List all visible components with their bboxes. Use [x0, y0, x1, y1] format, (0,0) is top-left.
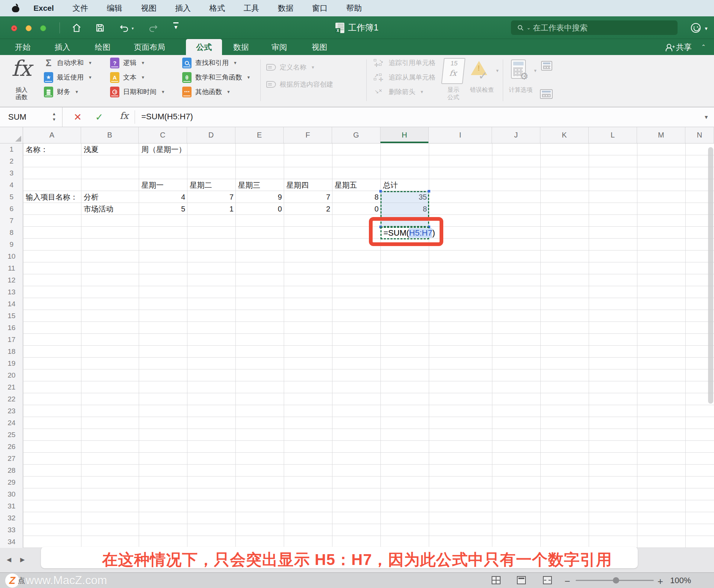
- row-header-21[interactable]: 21: [0, 381, 23, 393]
- calculate-now-icon[interactable]: [541, 61, 552, 71]
- grid-cell-E5[interactable]: 9: [235, 191, 284, 203]
- row-header-27[interactable]: 27: [0, 453, 23, 465]
- zoom-slider[interactable]: [576, 580, 654, 581]
- column-header-K[interactable]: K: [540, 127, 589, 143]
- trace-dependents-button[interactable]: ✛↗ 追踪从属单元格: [374, 72, 435, 83]
- share-button[interactable]: + 共享: [666, 39, 692, 55]
- row-header-31[interactable]: 31: [0, 500, 23, 512]
- grid-cell-D5[interactable]: 7: [187, 191, 235, 203]
- grid-cell-H4[interactable]: 总计: [380, 179, 503, 191]
- tab-formulas[interactable]: 公式: [186, 39, 222, 55]
- tab-insert[interactable]: 插入: [55, 39, 70, 55]
- row-header-1[interactable]: 1: [0, 143, 23, 155]
- logical-button[interactable]: ? 逻辑▼: [110, 57, 165, 68]
- grid-cell-D6[interactable]: 1: [187, 203, 235, 215]
- zoom-slider-thumb[interactable]: [613, 577, 619, 584]
- row-header-14[interactable]: 14: [0, 298, 23, 310]
- row-header-3[interactable]: 3: [0, 167, 23, 179]
- row-header-34[interactable]: 34: [0, 536, 23, 548]
- grid-cell-F5[interactable]: 7: [284, 191, 332, 203]
- confirm-formula-icon[interactable]: ✓: [95, 112, 103, 123]
- more-functions-button[interactable]: ⋯ 其他函数▼: [182, 86, 251, 97]
- row-header-25[interactable]: 25: [0, 429, 23, 441]
- expand-formula-bar-icon[interactable]: ▼: [704, 114, 709, 120]
- text-button[interactable]: A 文本▼: [110, 72, 165, 83]
- tab-draw[interactable]: 绘图: [95, 39, 110, 55]
- column-header-H[interactable]: H: [380, 127, 429, 143]
- row-header-16[interactable]: 16: [0, 322, 23, 334]
- row-header-17[interactable]: 17: [0, 334, 23, 346]
- menu-edit[interactable]: 编辑: [107, 3, 122, 13]
- column-header-J[interactable]: J: [492, 127, 540, 143]
- column-header-C[interactable]: C: [139, 127, 187, 143]
- row-header-26[interactable]: 26: [0, 441, 23, 453]
- row-header-10[interactable]: 10: [0, 251, 23, 262]
- row-header-13[interactable]: 13: [0, 286, 23, 298]
- grid-cell-E6[interactable]: 0: [235, 203, 284, 215]
- row-header-20[interactable]: 20: [0, 369, 23, 381]
- tab-page-layout[interactable]: 页面布局: [134, 39, 165, 55]
- row-header-12[interactable]: 12: [0, 274, 23, 286]
- search-dropdown-arrow[interactable]: ⌄: [527, 25, 531, 30]
- menu-data[interactable]: 数据: [278, 3, 293, 13]
- feedback-dropdown-arrow[interactable]: ▼: [704, 26, 708, 31]
- row-header-33[interactable]: 33: [0, 524, 23, 536]
- search-box[interactable]: ⌄ 在工作表中搜索: [511, 20, 678, 35]
- recently-used-button[interactable]: ★ 最近使用▼: [44, 72, 92, 83]
- spreadsheet-grid[interactable]: 1234567891011121314151617181920212223242…: [0, 143, 714, 548]
- row-header-11[interactable]: 11: [0, 262, 23, 274]
- row-header-30[interactable]: 30: [0, 488, 23, 500]
- column-header-L[interactable]: L: [589, 127, 637, 143]
- menu-tools[interactable]: 工具: [244, 3, 259, 13]
- row-header-19[interactable]: 19: [0, 358, 23, 369]
- zoom-out-button[interactable]: −: [565, 576, 570, 587]
- calculation-options-label[interactable]: 计算选项: [504, 86, 537, 94]
- grid-cell-C5[interactable]: 4: [139, 191, 187, 203]
- row-header-2[interactable]: 2: [0, 155, 23, 167]
- row-header-6[interactable]: 6: [0, 203, 23, 215]
- column-header-I[interactable]: I: [429, 127, 492, 143]
- apple-logo-icon[interactable]: [12, 4, 19, 12]
- row-header-9[interactable]: 9: [0, 239, 23, 251]
- row-header-18[interactable]: 18: [0, 346, 23, 358]
- calculate-sheet-icon[interactable]: [540, 89, 553, 99]
- select-all-corner[interactable]: [0, 127, 23, 143]
- row-header-8[interactable]: 8: [0, 227, 23, 239]
- tab-home[interactable]: 开始: [15, 39, 30, 55]
- trace-precedents-button[interactable]: ✛↘ 追踪引用单元格: [374, 57, 435, 68]
- tab-view[interactable]: 视图: [312, 39, 327, 55]
- show-formulas-icon[interactable]: 15fx: [441, 58, 465, 84]
- row-header-29[interactable]: 29: [0, 476, 23, 488]
- column-header-B[interactable]: B: [81, 127, 139, 143]
- insert-function-fx-icon[interactable]: fx: [120, 110, 128, 121]
- page-break-view-icon[interactable]: [543, 576, 552, 584]
- remove-arrows-button[interactable]: ↘✕ 删除箭头▼: [374, 86, 435, 97]
- date-time-button[interactable]: 日期和时间▼: [110, 86, 165, 97]
- column-header-D[interactable]: D: [187, 127, 235, 143]
- vertical-scrollbar[interactable]: [708, 147, 713, 404]
- row-header-23[interactable]: 23: [0, 405, 23, 417]
- grid-cell-F6[interactable]: 2: [284, 203, 332, 215]
- grid-cell-G5[interactable]: 8: [332, 191, 380, 203]
- formula-input[interactable]: =SUM(H5:H7): [141, 112, 193, 122]
- row-header-32[interactable]: 32: [0, 512, 23, 524]
- feedback-smiley-icon[interactable]: [691, 23, 701, 33]
- collapse-ribbon-icon[interactable]: ⌃: [701, 43, 706, 50]
- row-header-5[interactable]: 5: [0, 191, 23, 203]
- menu-window[interactable]: 窗口: [312, 3, 328, 13]
- column-header-N[interactable]: N: [685, 127, 714, 143]
- column-header-M[interactable]: M: [637, 127, 685, 143]
- row-header-4[interactable]: 4: [0, 179, 23, 191]
- menu-help[interactable]: 帮助: [346, 3, 362, 13]
- range-handle-top-left[interactable]: [379, 190, 382, 193]
- grid-cell-C6[interactable]: 5: [139, 203, 187, 215]
- menu-view[interactable]: 视图: [141, 3, 157, 13]
- grid-cell-G6[interactable]: 0: [332, 203, 380, 215]
- autosum-button[interactable]: Σ 自动求和▼: [44, 57, 92, 68]
- grid-cell-C1[interactable]: 周（星期一）: [139, 143, 261, 155]
- column-header-F[interactable]: F: [284, 127, 332, 143]
- menu-format[interactable]: 格式: [209, 3, 225, 13]
- row-header-7[interactable]: 7: [0, 215, 23, 227]
- column-header-G[interactable]: G: [332, 127, 380, 143]
- menu-file[interactable]: 文件: [73, 3, 88, 13]
